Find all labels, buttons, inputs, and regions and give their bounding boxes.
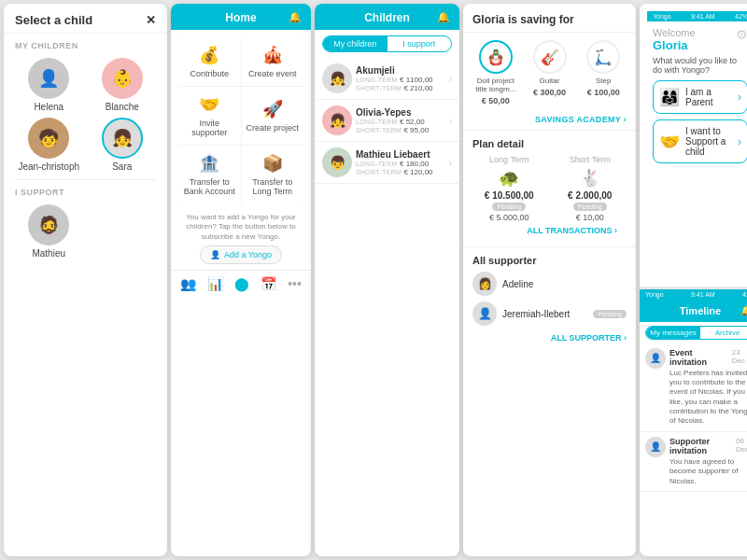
avatar-akumjeli: 👧 <box>322 63 352 93</box>
children-title: Children <box>364 11 410 24</box>
amounts-mathieu-liebaert: LONG-TERM € 180,00 SHORT-TERM € 120,00 <box>356 160 445 176</box>
welcome-settings-icon[interactable]: ⚙ <box>736 27 747 42</box>
child-blanche[interactable]: 👶 Blanche <box>89 58 157 112</box>
create-event-label: Create event <box>248 69 297 78</box>
doll-name: Doll project title longm... <box>472 77 519 93</box>
nav-chart-icon[interactable]: 📊 <box>207 276 223 291</box>
amounts-akumjeli: LONG-TERM € 1100,00 SHORT-TERM € 210,00 <box>356 76 445 92</box>
savings-items: 🪆 Doll project title longm... € 50,00 🎸 … <box>463 33 636 113</box>
supporter-invitation-content: Supporter invitation 06 Dec You have agr… <box>669 437 747 486</box>
plan-longterm-icon: 🐢 <box>472 168 546 189</box>
my-children-label: MY CHILDREN <box>4 34 167 54</box>
welcome-top: Welcome Gloria ⚙ <box>653 27 747 52</box>
contribute-button[interactable]: 💰 Contribute <box>178 37 241 86</box>
bell-icon[interactable]: 🔔 <box>289 11 302 23</box>
list-item-olivia[interactable]: 👧 Olivia-Yepes LONG-TERM € 52,00 SHORT-T… <box>315 100 459 142</box>
plan-section: Plan detail Long Term 🐢 € 10.500,00 Pend… <box>463 130 636 246</box>
home-buttons-grid: 💰 Contribute 🎪 Create event 🤝 Invite sup… <box>178 37 303 203</box>
plan-longterm-sub: € 5.000,00 <box>472 213 546 222</box>
child-sara[interactable]: 👧 Sara <box>89 118 157 172</box>
add-yongo-button[interactable]: 👤 Add a Yongo <box>200 245 282 264</box>
invite-supporter-button[interactable]: 🤝 Invite supporter <box>178 87 241 145</box>
parent-option[interactable]: 👨‍👩‍👧 I am aParent › <box>653 80 747 114</box>
avatar-jeanchristoph: 🧒 <box>28 118 69 159</box>
plan-longterm: Long Term 🐢 € 10.500,00 Pending € 5.000,… <box>472 155 546 222</box>
avatar-adeline: 👩 <box>472 272 497 296</box>
event-invitation-body: Luc Peeters has invited you to contribut… <box>669 369 747 427</box>
create-project-button[interactable]: 🚀 Create project <box>242 87 304 145</box>
archive-tab[interactable]: Archive <box>700 327 747 339</box>
guitar-price: € 300,00 <box>533 88 566 97</box>
child-helena[interactable]: 👤 Helena <box>15 58 83 112</box>
transfer-longterm-button[interactable]: 📦 Transfer to Long Term <box>242 146 304 203</box>
child-name-jeanchristoph: Jean-christoph <box>18 161 79 172</box>
plan-longterm-amount: € 10.500,00 <box>472 190 546 201</box>
i-support-toggle[interactable]: I support <box>388 36 452 51</box>
savings-academy-link[interactable]: SAVINGS ACADEMY › <box>463 113 636 130</box>
avatar-blanche: 👶 <box>102 58 143 99</box>
doll-icon: 🪆 <box>479 40 513 74</box>
transfer-longterm-icon: 📦 <box>262 153 283 174</box>
transfer-bank-icon: 🏦 <box>199 153 219 174</box>
info-mathieu-liebaert: Mathieu Liebaert LONG-TERM € 180,00 SHOR… <box>352 149 449 176</box>
timeline-bell-icon[interactable]: 🔔 <box>740 305 747 315</box>
children-header: Children 🔔 <box>315 4 459 30</box>
transfer-bank-button[interactable]: 🏦 Transfer to Bank Account <box>178 146 241 203</box>
child-name-helena: Helena <box>34 102 63 112</box>
bottom-nav: 👥 📊 ⬤ 📅 ••• <box>171 270 311 295</box>
supporter-invitation-header: 👤 Supporter invitation 06 Dec You have a… <box>645 437 747 486</box>
home-title: Home <box>225 11 256 24</box>
name-mathieu-liebaert: Mathieu Liebaert <box>356 149 445 160</box>
support-arrow-icon: › <box>738 135 741 148</box>
child-jeanchristoph[interactable]: 🧒 Jean-christoph <box>15 118 83 172</box>
name-jeremiah: Jeremiah-Ilebert <box>502 309 587 319</box>
home-header: Home 🔔 <box>171 4 311 30</box>
name-olivia: Olivia-Yepes <box>356 107 445 118</box>
children-bell-icon[interactable]: 🔔 <box>437 11 450 23</box>
support-child-option[interactable]: 🤝 I want toSupport a child › <box>653 119 747 163</box>
avatar-helena: 👤 <box>28 58 69 99</box>
list-item-akumjeli[interactable]: 👧 Akumjeli LONG-TERM € 1100,00 SHORT-TER… <box>315 58 459 100</box>
nav-calendar-icon[interactable]: 📅 <box>261 276 276 291</box>
plan-title: Plan detail <box>472 138 627 149</box>
info-akumjeli: Akumjeli LONG-TERM € 1100,00 SHORT-TERM … <box>352 65 449 92</box>
timeline-panel: Yongo9:41 AM42% Timeline 🔔 My messages A… <box>640 289 747 557</box>
chevron-olivia: › <box>449 116 452 126</box>
step-icon: 🛴 <box>586 40 620 74</box>
children-toggle: My children I support <box>322 35 452 52</box>
nav-home-icon[interactable]: ⬤ <box>234 276 249 291</box>
home-panel: Home 🔔 💰 Contribute 🎪 Create event 🤝 Inv… <box>171 4 311 556</box>
all-supporter-link[interactable]: ALL SUPPORTER › <box>472 331 627 344</box>
supporter-invitation-title: Supporter invitation <box>669 437 736 455</box>
savings-step: 🛴 Step € 100,00 <box>580 40 627 105</box>
child-name-sara: Sara <box>112 161 132 172</box>
supporter-invitation: 👤 Supporter invitation 06 Dec You have a… <box>640 432 747 492</box>
jeremiah-pending-badge: Pending <box>593 310 627 318</box>
add-yongo-icon: 👤 <box>210 250 220 259</box>
event-invitation-avatar: 👤 <box>645 348 666 369</box>
nav-people-icon[interactable]: 👥 <box>180 276 196 291</box>
i-support-grid: 🧔 Mathieu <box>4 201 167 266</box>
close-icon[interactable]: ✕ <box>146 13 156 27</box>
name-akumjeli: Akumjeli <box>356 65 445 76</box>
supporter-section: All supporter 👩 Adeline 👤 Jeremiah-Ilebe… <box>463 246 636 348</box>
child-mathieu[interactable]: 🧔 Mathieu <box>15 204 83 259</box>
i-support-label: I SUPPORT <box>4 180 167 201</box>
child-name-mathieu: Mathieu <box>32 248 65 259</box>
nav-more-icon[interactable]: ••• <box>288 276 302 291</box>
my-messages-tab[interactable]: My messages <box>646 327 700 339</box>
child-name-blanche: Blanche <box>106 102 139 112</box>
supporter-invitation-body: You have agreed to become supporter of N… <box>669 457 747 486</box>
event-invitation-header: 👤 Event invitation 23 Dec Luc Peeters ha… <box>645 348 747 427</box>
yongo-add-section: You want to add a Yongo for your childre… <box>171 207 311 270</box>
all-transactions-link[interactable]: ALL TRANSACTIONS › <box>472 222 627 239</box>
my-children-toggle[interactable]: My children <box>323 36 388 51</box>
avatar-jeremiah: 👤 <box>472 301 497 326</box>
event-invitation-title: Event invitation <box>669 348 732 367</box>
children-list-panel: Children 🔔 My children I support 👧 Akumj… <box>315 4 459 556</box>
create-event-button[interactable]: 🎪 Create event <box>242 37 304 86</box>
chevron-mathieu-liebaert: › <box>449 158 452 168</box>
supporter-adeline: 👩 Adeline <box>472 272 627 296</box>
timeline-title: Timeline <box>680 305 721 316</box>
list-item-mathieu-liebaert[interactable]: 👦 Mathieu Liebaert LONG-TERM € 180,00 SH… <box>315 142 459 184</box>
